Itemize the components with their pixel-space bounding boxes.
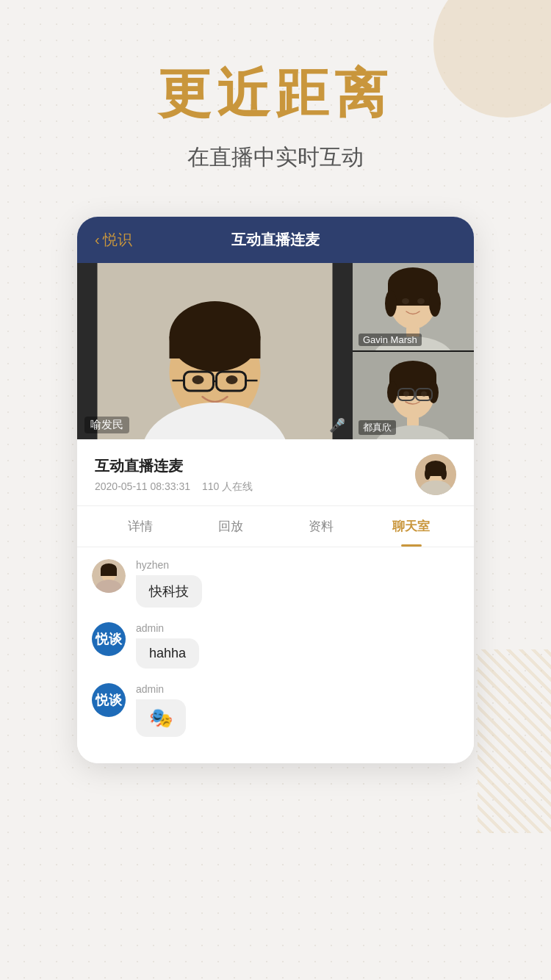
page-content: 更近距离 在直播中实时互动 ‹ 悦识 互动直播连麦 [0, 0, 551, 763]
chat-avatar-admin-2: 悦谈 [92, 683, 126, 717]
video-area: 喻发民 🎤 [77, 263, 474, 439]
chat-username-2: admin [136, 622, 199, 634]
side-video-1: Gavin Marsh [353, 263, 474, 350]
side-video-1-label: Gavin Marsh [359, 334, 422, 346]
info-date: 2020-05-11 08:33:31 [95, 480, 190, 494]
sub-title: 在直播中实时互动 [187, 143, 364, 173]
phone-card: ‹ 悦识 互动直播连麦 [77, 217, 474, 763]
badge-text-1: 悦谈 [96, 630, 122, 648]
svg-point-20 [402, 298, 409, 304]
info-avatar [415, 454, 456, 495]
chat-body-1: hyzhen 快科技 [136, 559, 202, 608]
chat-username-3: admin [136, 683, 186, 695]
chat-message-3: 悦谈 admin 🎭 [92, 683, 459, 737]
side-video-2: 都真欣 [353, 352, 474, 439]
info-avatar-svg [415, 454, 456, 495]
main-title: 更近距离 [158, 59, 393, 129]
chat-body-3: admin 🎭 [136, 683, 186, 737]
tab-materials[interactable]: 资料 [276, 506, 366, 547]
svg-point-12 [226, 375, 238, 384]
svg-point-18 [385, 290, 397, 317]
svg-point-33 [403, 392, 409, 397]
chat-avatar-hyzhen [92, 559, 126, 593]
hyzhen-avatar-svg [92, 559, 126, 593]
tabs-bar: 详情 回放 资料 聊天室 [77, 506, 474, 547]
chat-message-1: hyzhen 快科技 [92, 559, 459, 608]
tab-replay[interactable]: 回放 [185, 506, 276, 547]
info-title: 互动直播连麦 [95, 456, 253, 476]
video-side: Gavin Marsh [353, 263, 474, 439]
video-main: 喻发民 🎤 [77, 263, 353, 439]
chat-body-2: admin hahha [136, 622, 199, 669]
chat-message-2: 悦谈 admin hahha [92, 622, 459, 669]
svg-point-19 [429, 290, 441, 317]
svg-point-41 [425, 468, 431, 480]
svg-point-28 [387, 381, 397, 403]
side-video-2-label: 都真欣 [359, 420, 396, 435]
card-header-title: 互动直播连麦 [231, 230, 320, 250]
chat-bubble-2: hahha [136, 638, 199, 669]
back-button[interactable]: ‹ 悦识 [95, 230, 132, 250]
svg-rect-35 [407, 417, 419, 427]
chevron-left-icon: ‹ [95, 231, 100, 248]
svg-point-21 [417, 298, 425, 304]
chat-avatar-admin-1: 悦谈 [92, 622, 126, 656]
card-header: ‹ 悦识 互动直播连麦 [77, 217, 474, 263]
info-online: 110 人在线 [202, 480, 253, 494]
info-section: 互动直播连麦 2020-05-11 08:33:31 110 人在线 [77, 439, 474, 506]
svg-rect-5 [170, 336, 261, 359]
back-label: 悦识 [103, 230, 132, 250]
chat-bubble-1: 快科技 [136, 575, 202, 608]
badge-text-2: 悦谈 [96, 691, 122, 709]
info-meta: 2020-05-11 08:33:31 110 人在线 [95, 480, 253, 494]
svg-rect-47 [101, 569, 117, 576]
svg-point-34 [421, 392, 427, 397]
svg-point-11 [192, 375, 204, 384]
tab-chat[interactable]: 聊天室 [366, 506, 456, 547]
main-person-svg [77, 263, 353, 439]
main-video-label: 喻发民 [84, 417, 129, 433]
tab-details[interactable]: 详情 [95, 506, 185, 547]
chat-username-1: hyzhen [136, 559, 202, 571]
chat-bubble-3: 🎭 [136, 699, 186, 737]
chat-area: hyzhen 快科技 悦谈 admin hahha 悦谈 [77, 547, 474, 763]
svg-point-42 [441, 468, 447, 480]
info-left: 互动直播连麦 2020-05-11 08:33:31 110 人在线 [95, 456, 253, 494]
mic-icon: 🎤 [329, 417, 345, 433]
